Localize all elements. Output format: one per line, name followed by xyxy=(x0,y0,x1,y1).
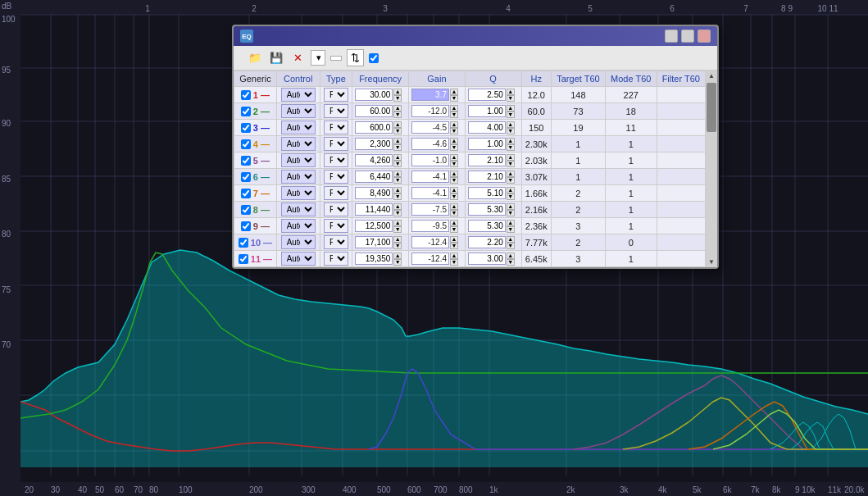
row-6-q-down[interactable]: ▼ xyxy=(507,177,515,184)
row-7-gain-input[interactable] xyxy=(411,187,449,199)
row-9-checkbox[interactable] xyxy=(241,221,251,231)
row-1-freq-down[interactable]: ▼ xyxy=(393,95,402,102)
row-10-type-select[interactable]: PK xyxy=(324,235,348,249)
row-10-gain-down[interactable]: ▼ xyxy=(450,243,458,249)
row-4-type-select[interactable]: PK xyxy=(324,137,348,151)
row-11-type-select[interactable]: PK xyxy=(324,252,348,266)
row-3-control-select[interactable]: Auto xyxy=(281,121,316,134)
row-5-gain-input[interactable] xyxy=(411,154,449,166)
row-1-q-down[interactable]: ▼ xyxy=(507,95,515,102)
row-1-gain-down[interactable]: ▼ xyxy=(450,95,458,102)
row-10-q-input[interactable] xyxy=(468,236,506,248)
row-11-q-input[interactable] xyxy=(468,253,506,265)
row-11-checkbox[interactable] xyxy=(239,254,248,264)
row-7-control-select[interactable]: Auto xyxy=(281,186,316,200)
row-4-control-select[interactable]: Auto xyxy=(281,137,316,151)
row-4-q-down[interactable]: ▼ xyxy=(507,144,515,151)
row-9-control-select[interactable]: Auto xyxy=(281,219,316,233)
row-8-freq-down[interactable]: ▼ xyxy=(393,210,402,216)
row-6-type-select[interactable]: PK xyxy=(324,170,348,184)
row-10-q-down[interactable]: ▼ xyxy=(507,243,515,249)
row-5-type-select[interactable]: PK xyxy=(324,153,348,167)
row-5-gain-down[interactable]: ▼ xyxy=(450,161,458,167)
row-1-q-up[interactable]: ▲ xyxy=(507,89,515,95)
row-9-gain-input[interactable] xyxy=(411,220,449,232)
row-6-control-select[interactable]: Auto xyxy=(281,170,316,184)
row-5-q-up[interactable]: ▲ xyxy=(507,154,515,161)
row-6-freq-up[interactable]: ▲ xyxy=(393,171,402,177)
row-4-checkbox[interactable] xyxy=(241,139,251,149)
row-5-q-input[interactable] xyxy=(468,154,506,166)
row-5-freq-up[interactable]: ▲ xyxy=(393,154,402,161)
row-4-freq-down[interactable]: ▼ xyxy=(393,144,402,151)
row-2-frequency-input[interactable] xyxy=(355,105,393,117)
row-9-q-up[interactable]: ▲ xyxy=(507,220,515,226)
row-7-freq-up[interactable]: ▲ xyxy=(393,187,402,193)
row-6-q-input[interactable] xyxy=(468,171,506,183)
row-6-gain-up[interactable]: ▲ xyxy=(450,171,458,177)
row-4-freq-up[interactable]: ▲ xyxy=(393,138,402,144)
by-freq-button[interactable] xyxy=(330,56,342,61)
row-4-frequency-input[interactable] xyxy=(355,138,393,150)
row-11-freq-down[interactable]: ▼ xyxy=(393,259,402,266)
row-1-checkbox[interactable] xyxy=(241,90,251,100)
row-2-checkbox[interactable] xyxy=(241,107,251,116)
row-5-checkbox[interactable] xyxy=(241,156,251,166)
row-3-q-down[interactable]: ▼ xyxy=(507,128,515,134)
scroll-thumb[interactable] xyxy=(707,83,716,132)
scroll-up-arrow[interactable]: ▲ xyxy=(707,71,716,81)
row-6-checkbox[interactable] xyxy=(241,172,251,182)
row-2-q-down[interactable]: ▼ xyxy=(507,111,515,118)
row-2-q-input[interactable] xyxy=(468,105,506,117)
row-2-control-select[interactable]: Auto xyxy=(281,104,316,118)
row-10-freq-up[interactable]: ▲ xyxy=(393,236,402,243)
row-1-gain-up[interactable]: ▲ xyxy=(450,89,458,95)
row-1-frequency-input[interactable] xyxy=(355,89,393,101)
row-8-checkbox[interactable] xyxy=(241,205,251,215)
row-9-frequency-input[interactable] xyxy=(355,220,393,232)
row-4-gain-up[interactable]: ▲ xyxy=(450,138,458,144)
row-10-checkbox[interactable] xyxy=(239,238,248,248)
row-1-type-select[interactable]: PK xyxy=(324,88,348,102)
row-9-gain-up[interactable]: ▲ xyxy=(450,220,458,226)
row-3-checkbox[interactable] xyxy=(241,123,251,133)
maximize-button[interactable] xyxy=(681,30,694,43)
row-11-gain-down[interactable]: ▼ xyxy=(450,259,458,266)
sort-dropdown[interactable]: ▾ xyxy=(311,50,325,66)
row-3-gain-input[interactable] xyxy=(411,121,449,134)
row-3-gain-down[interactable]: ▼ xyxy=(450,128,458,134)
row-11-gain-input[interactable] xyxy=(411,253,449,265)
row-10-control-select[interactable]: Auto xyxy=(281,235,316,249)
row-2-freq-up[interactable]: ▲ xyxy=(393,105,402,111)
row-2-gain-input[interactable] xyxy=(411,105,449,117)
row-3-freq-up[interactable]: ▲ xyxy=(393,121,402,128)
row-9-q-input[interactable] xyxy=(468,220,506,232)
row-2-freq-down[interactable]: ▼ xyxy=(393,111,402,118)
row-1-gain-input[interactable] xyxy=(411,89,449,101)
row-10-gain-input[interactable] xyxy=(411,236,449,248)
row-9-gain-down[interactable]: ▼ xyxy=(450,226,458,233)
row-4-gain-input[interactable] xyxy=(411,138,449,150)
row-11-control-select[interactable]: Auto xyxy=(281,252,316,266)
row-6-frequency-input[interactable] xyxy=(355,171,393,183)
row-3-frequency-input[interactable] xyxy=(355,121,393,134)
row-4-q-input[interactable] xyxy=(468,138,506,150)
row-2-gain-up[interactable]: ▲ xyxy=(450,105,458,111)
row-11-frequency-input[interactable] xyxy=(355,253,393,265)
vertical-scrollbar[interactable]: ▲ ▼ xyxy=(706,71,717,267)
row-5-freq-down[interactable]: ▼ xyxy=(393,161,402,167)
row-8-gain-input[interactable] xyxy=(411,203,449,216)
row-7-frequency-input[interactable] xyxy=(355,187,393,199)
row-11-gain-up[interactable]: ▲ xyxy=(450,253,458,259)
row-8-q-input[interactable] xyxy=(468,203,506,216)
row-1-freq-up[interactable]: ▲ xyxy=(393,89,402,95)
row-9-freq-down[interactable]: ▼ xyxy=(393,226,402,233)
row-11-q-down[interactable]: ▼ xyxy=(507,259,515,266)
row-4-gain-down[interactable]: ▼ xyxy=(450,144,458,151)
row-7-q-up[interactable]: ▲ xyxy=(507,187,515,193)
row-10-freq-down[interactable]: ▼ xyxy=(393,243,402,249)
row-10-q-up[interactable]: ▲ xyxy=(507,236,515,243)
row-3-type-select[interactable]: PK xyxy=(324,121,348,134)
row-8-control-select[interactable]: Auto xyxy=(281,202,316,216)
row-9-q-down[interactable]: ▼ xyxy=(507,226,515,233)
